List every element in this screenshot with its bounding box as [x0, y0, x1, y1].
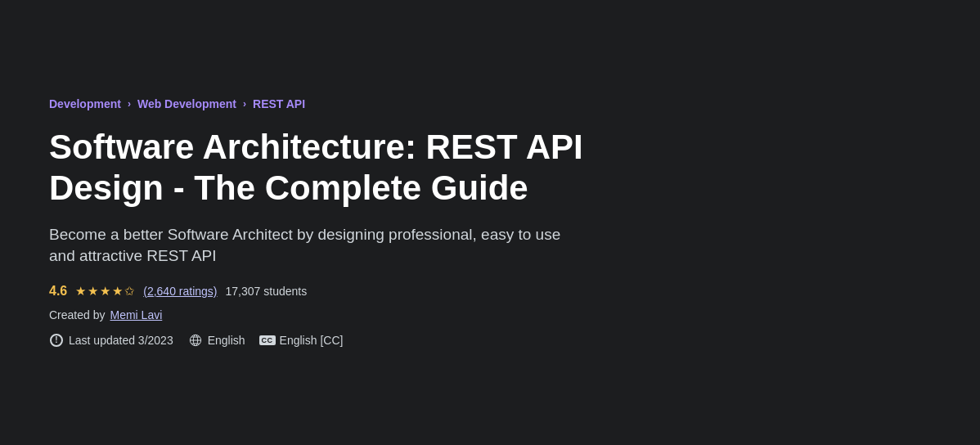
star-4: ★: [112, 284, 123, 299]
breadcrumb-rest-api[interactable]: REST API: [253, 97, 305, 110]
rating-row: 4.6 ★ ★ ★ ★ ✩ (2,640 ratings) 17,307 stu…: [49, 284, 589, 299]
captions-text: English [CC]: [280, 334, 344, 347]
cc-badge-icon: CC: [260, 333, 275, 348]
breadcrumb-web-development[interactable]: Web Development: [137, 97, 236, 110]
last-updated-text: Last updated 3/2023: [69, 334, 173, 347]
breadcrumb-separator-2: ›: [243, 98, 246, 110]
last-updated-item: ! Last updated 3/2023: [49, 333, 173, 348]
breadcrumb-development[interactable]: Development: [49, 97, 121, 110]
course-detail-container: Development › Web Development › REST API…: [0, 65, 638, 380]
star-1: ★: [75, 284, 86, 299]
breadcrumb: Development › Web Development › REST API: [49, 97, 589, 110]
created-by-row: Created by Memi Lavi: [49, 308, 589, 321]
ratings-link[interactable]: (2,640 ratings): [143, 285, 217, 298]
language-text: English: [208, 334, 245, 347]
language-item: English: [188, 333, 245, 348]
breadcrumb-separator-1: ›: [128, 98, 131, 110]
course-subtitle: Become a better Software Architect by de…: [49, 224, 589, 267]
rating-score: 4.6: [49, 284, 67, 299]
star-2: ★: [88, 284, 98, 299]
captions-item: CC English [CC]: [260, 333, 344, 348]
course-title: Software Architecture: REST API Design -…: [49, 127, 589, 209]
star-half: ✩: [124, 284, 135, 299]
star-3: ★: [100, 284, 110, 299]
stars: ★ ★ ★ ★ ✩: [75, 284, 135, 299]
alert-icon: !: [49, 333, 64, 348]
created-by-label: Created by: [49, 308, 105, 321]
meta-row: ! Last updated 3/2023 English CC English…: [49, 333, 589, 348]
globe-icon: [188, 333, 203, 348]
instructor-link[interactable]: Memi Lavi: [110, 308, 162, 321]
students-count: 17,307 students: [226, 285, 308, 298]
